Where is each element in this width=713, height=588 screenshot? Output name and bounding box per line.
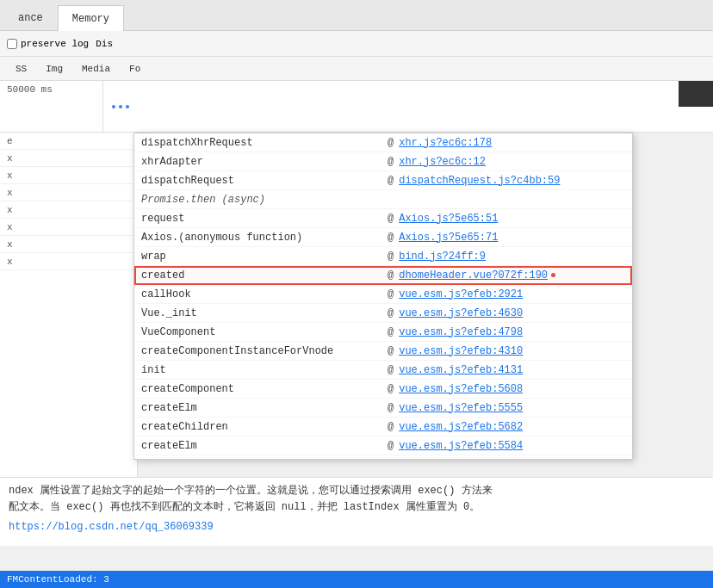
- dropdown-row-1[interactable]: xhrAdapter@xhr.js?ec6c:12: [134, 152, 632, 171]
- sub-tab-fo[interactable]: Fo: [121, 59, 149, 79]
- func-name-14: createElm: [141, 402, 382, 414]
- sub-tab-img[interactable]: Img: [37, 59, 71, 79]
- file-link-0[interactable]: xhr.js?ec6c:178: [399, 137, 492, 149]
- left-row-x6: x: [0, 236, 137, 253]
- dropdown-row-6[interactable]: wrap@bind.js?24ff:9: [134, 247, 632, 266]
- file-link-12[interactable]: vue.esm.js?efeb:4131: [399, 364, 523, 376]
- call-stack-dropdown: dispatchXhrRequest@xhr.js?ec6c:178xhrAda…: [133, 133, 633, 460]
- dropdown-row-17[interactable]: patch@vue.esm.js?efeb:6091: [134, 455, 632, 459]
- func-name-2: dispatchRequest: [141, 175, 382, 187]
- dropdown-row-4[interactable]: request@Axios.js?5e65:51: [134, 209, 632, 228]
- timeline-label: 50000 ms: [0, 81, 103, 132]
- dropdown-row-12[interactable]: init@vue.esm.js?efeb:4131: [134, 361, 632, 380]
- dropdown-row-10[interactable]: VueComponent@vue.esm.js?efeb:4798: [134, 323, 632, 342]
- dropdown-row-3[interactable]: Promise.then (async): [134, 190, 632, 209]
- func-name-0: dispatchXhrRequest: [141, 137, 382, 149]
- left-row-e: e: [0, 133, 137, 150]
- file-link-15[interactable]: vue.esm.js?efeb:5682: [399, 421, 523, 433]
- timeline-dark-rect: [679, 81, 713, 107]
- at-sign-12: @: [388, 364, 394, 376]
- file-link-8[interactable]: vue.esm.js?efeb:2921: [399, 288, 523, 300]
- bottom-status-bar: FMContentLoaded: 3: [0, 571, 713, 588]
- func-name-5: Axios.(anonymous function): [141, 232, 382, 244]
- file-link-10[interactable]: vue.esm.js?efeb:4798: [399, 326, 523, 338]
- at-sign-8: @: [388, 288, 394, 300]
- file-link-17[interactable]: vue.esm.js?efeb:6091: [399, 459, 523, 460]
- timeline-dot: [126, 105, 129, 108]
- bottom-link[interactable]: https://blog.csdn.net/qq_36069339: [9, 521, 214, 533]
- func-name-10: VueComponent: [141, 326, 382, 338]
- at-sign-4: @: [388, 213, 394, 225]
- file-link-9[interactable]: vue.esm.js?efeb:4630: [399, 307, 523, 319]
- file-link-14[interactable]: vue.esm.js?efeb:5555: [399, 402, 523, 414]
- preserve-log-checkbox[interactable]: [7, 39, 17, 49]
- disable-label: Dis: [96, 39, 113, 49]
- timeline-content[interactable]: 100: [103, 81, 713, 132]
- red-dot-7: [551, 273, 555, 277]
- func-name-6: wrap: [141, 251, 382, 263]
- func-name-7: created: [141, 269, 382, 282]
- left-row-x7: x: [0, 253, 137, 270]
- at-sign-13: @: [388, 383, 394, 395]
- left-row-x2: x: [0, 167, 137, 184]
- bottom-text-line1: ndex 属性设置了起始文字的起始一个字符的一个位置。这就是说，您可以通过授索调…: [9, 483, 704, 499]
- file-link-4[interactable]: Axios.js?5e65:51: [399, 213, 498, 225]
- at-sign-17: @: [388, 459, 394, 460]
- file-link-16[interactable]: vue.esm.js?efeb:5584: [399, 440, 523, 452]
- left-row-x1: x: [0, 150, 137, 167]
- at-sign-2: @: [388, 175, 394, 187]
- file-link-13[interactable]: vue.esm.js?efeb:5608: [399, 383, 523, 395]
- dropdown-row-7[interactable]: created@dhomeHeader.vue?072f:190: [134, 266, 632, 285]
- bottom-text-line2: 配文本。当 exec() 再也找不到匹配的文本时，它将返回 null，并把 la…: [9, 499, 704, 516]
- file-link-1[interactable]: xhr.js?ec6c:12: [399, 156, 486, 168]
- dropdown-row-16[interactable]: createElm@vue.esm.js?efeb:5584: [134, 436, 632, 455]
- file-link-7[interactable]: dhomeHeader.vue?072f:190: [399, 269, 548, 282]
- at-sign-0: @: [388, 137, 394, 149]
- dropdown-row-14[interactable]: createElm@vue.esm.js?efeb:5555: [134, 399, 632, 418]
- at-sign-10: @: [388, 326, 394, 338]
- file-link-11[interactable]: vue.esm.js?efeb:4310: [399, 345, 523, 357]
- at-sign-16: @: [388, 440, 394, 452]
- dropdown-row-5[interactable]: Axios.(anonymous function)@Axios.js?5e65…: [134, 228, 632, 247]
- at-sign-11: @: [388, 345, 394, 357]
- dropdown-row-11[interactable]: createComponentInstanceForVnode@vue.esm.…: [134, 342, 632, 361]
- dropdown-row-2[interactable]: dispatchRequest@dispatchRequest.js?c4bb:…: [134, 171, 632, 190]
- sub-tabs: SS Img Media Fo: [0, 57, 713, 81]
- func-name-3: Promise.then (async): [141, 194, 382, 206]
- func-name-13: createComponent: [141, 383, 382, 395]
- dropdown-row-9[interactable]: Vue._init@vue.esm.js?efeb:4630: [134, 304, 632, 323]
- tab-performance[interactable]: ance: [3, 4, 58, 30]
- sub-tab-ss[interactable]: SS: [7, 59, 35, 79]
- dropdown-row-0[interactable]: dispatchXhrRequest@xhr.js?ec6c:178: [134, 133, 632, 152]
- func-name-8: callHook: [141, 288, 382, 300]
- func-name-12: init: [141, 364, 382, 376]
- at-sign-5: @: [388, 232, 394, 244]
- dropdown-row-8[interactable]: callHook@vue.esm.js?efeb:2921: [134, 285, 632, 304]
- toolbar: preserve log Dis: [0, 31, 713, 57]
- tab-memory[interactable]: Memory: [58, 5, 124, 31]
- func-name-1: xhrAdapter: [141, 156, 382, 168]
- left-row-x5: x: [0, 219, 137, 236]
- func-name-15: createChildren: [141, 421, 382, 433]
- left-panel: e x x x x x x x: [0, 133, 138, 477]
- dropdown-row-15[interactable]: createChildren@vue.esm.js?efeb:5682: [134, 418, 632, 436]
- bottom-text-area: ndex 属性设置了起始文字的起始一个字符的一个位置。这就是说，您可以通过授索调…: [0, 477, 713, 546]
- preserve-log-checkbox-container: preserve log: [7, 39, 89, 49]
- file-link-5[interactable]: Axios.js?5e65:71: [399, 232, 498, 244]
- at-sign-7: @: [388, 269, 394, 282]
- at-sign-15: @: [388, 421, 394, 433]
- timeline-dot: [119, 105, 122, 108]
- func-name-9: Vue._init: [141, 307, 382, 319]
- left-row-x3: x: [0, 184, 137, 201]
- dropdown-row-13[interactable]: createComponent@vue.esm.js?efeb:5608: [134, 380, 632, 399]
- file-link-2[interactable]: dispatchRequest.js?c4bb:59: [399, 175, 560, 187]
- timeline-area: 50000 ms 100: [0, 81, 713, 133]
- at-sign-9: @: [388, 307, 394, 319]
- func-name-17: patch: [141, 459, 382, 460]
- dropdown-scroll[interactable]: dispatchXhrRequest@xhr.js?ec6c:178xhrAda…: [134, 133, 632, 459]
- at-sign-14: @: [388, 402, 394, 414]
- sub-tab-media[interactable]: Media: [73, 59, 119, 79]
- file-link-6[interactable]: bind.js?24ff:9: [399, 251, 486, 263]
- func-name-4: request: [141, 213, 382, 225]
- left-row-x4: x: [0, 201, 137, 219]
